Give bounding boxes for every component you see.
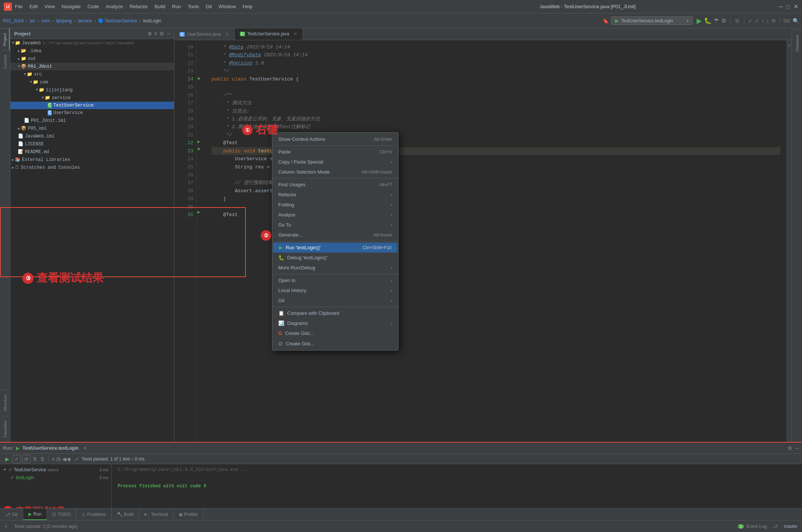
tree-item-service[interactable]: ▼ 📁 service <box>10 94 174 102</box>
ctx-item-find-usages[interactable]: Find Usages Alt+F7 <box>272 180 398 190</box>
tree-item-license[interactable]: 📄 LICENSE <box>10 140 174 148</box>
tree-item-external-libs[interactable]: ▶ 📚 External Libraries <box>10 156 174 164</box>
event-log-label[interactable]: 1 Event Log <box>738 524 767 529</box>
ctx-item-column-selection[interactable]: Column Selection Mode Alt+Shift+Insert <box>272 167 398 177</box>
tree-item-iml[interactable]: 📄 P01_JUnit.iml <box>10 117 174 124</box>
navigate-left-icon[interactable]: ◀◀ <box>62 456 70 462</box>
ctx-item-git[interactable]: Git › <box>272 295 398 305</box>
ctx-item-open-in[interactable]: Open In › <box>272 275 398 285</box>
tab-favorites[interactable]: Favorites <box>1 416 9 442</box>
minimize-button[interactable]: ─ <box>779 3 783 10</box>
ctx-item-compare-clipboard[interactable]: 📋 Compare with Clipboard <box>272 308 398 318</box>
tab-userservice[interactable]: C UserService.java ✕ <box>174 28 235 40</box>
ctx-item-create-gist-2[interactable]: ⊙ Create Gist... <box>272 338 398 349</box>
tree-item-javaweb[interactable]: ▼ 📁 JavaWeb C:\Programming\Workspace\IDE… <box>10 39 174 47</box>
breadcrumb-class[interactable]: 🔵 TestUserService <box>98 18 137 23</box>
breadcrumb-p01junit[interactable]: P01_JUnit <box>3 18 23 23</box>
menu-help[interactable]: Help <box>242 4 253 9</box>
tree-item-com[interactable]: ▼ 📁 com <box>10 78 174 86</box>
menu-analyze[interactable]: Analyze <box>106 4 123 9</box>
btab-problems[interactable]: ⚠ Problems <box>76 509 112 520</box>
project-icon-settings[interactable]: ⚙ <box>159 31 164 37</box>
tree-item-testuserservice[interactable]: C TestUserService <box>10 102 174 109</box>
project-icon-add[interactable]: ⊕ <box>148 31 152 37</box>
test-method-row[interactable]: ✓ testLogin 0 ms <box>0 474 111 481</box>
tree-item-p05xml[interactable]: ▶ 📦 P05_xml <box>10 124 174 132</box>
run-check-icon[interactable]: ✓ <box>13 455 21 463</box>
ctx-item-refactor[interactable]: Refactor › <box>272 190 398 200</box>
btab-git[interactable]: ⎇ Git <box>0 509 23 520</box>
ctx-item-paste[interactable]: Paste Ctrl+V <box>272 147 398 157</box>
tab-testuserservice[interactable]: C TestUserService.java ✕ <box>235 28 303 40</box>
menu-navigate[interactable]: Navigate <box>61 4 80 9</box>
menu-code[interactable]: Code <box>88 4 99 9</box>
menu-refactor[interactable]: Refactor <box>130 4 148 9</box>
ctx-item-debug-testlogin[interactable]: 🐛 Debug 'testLogin()' <box>272 253 398 263</box>
menu-file[interactable]: File <box>15 4 23 9</box>
ctx-item-show-context-actions[interactable]: Show Context Actions Alt+Enter <box>272 134 398 144</box>
maximize-button[interactable]: □ <box>787 4 790 10</box>
search-everywhere-icon[interactable]: 🔍 <box>793 18 799 24</box>
menu-run[interactable]: Run <box>172 4 181 9</box>
git-history-icon[interactable]: ⟲ <box>771 18 776 24</box>
tree-item-scratches[interactable]: ▶ 🗒 Scratches and Consoles <box>10 164 174 171</box>
collapse-tree-icon[interactable]: ⊟ <box>56 456 61 462</box>
ctx-item-goto[interactable]: Go To › <box>272 220 398 230</box>
tree-item-p01junit[interactable]: ▼ 📦 P01_JUnit <box>10 63 174 70</box>
code-editor[interactable]: 10 11 12 13 14 15 16 17 18 19 20 21 22 2… <box>174 40 792 442</box>
btab-profiler[interactable]: ◉ Profiler <box>174 509 204 520</box>
nav-bookmark-icon[interactable]: 🔖 <box>602 18 609 24</box>
tree-item-javaweb-iml[interactable]: 📄 JavaWeb.iml <box>10 132 174 140</box>
ctx-item-create-gist-1[interactable]: G Create Gist... <box>272 328 398 338</box>
ctx-item-copy-paste-special[interactable]: Copy / Paste Special › <box>272 157 398 167</box>
breadcrumb-service[interactable]: service <box>78 18 92 23</box>
run-panel-minimize-icon[interactable]: ─ <box>795 445 799 451</box>
breadcrumb-com[interactable]: com <box>41 18 50 23</box>
git-update-icon[interactable]: ↓ <box>766 18 769 24</box>
stop-button[interactable]: ⏹ <box>734 18 740 24</box>
run-config-dropdown[interactable]: ▶ TestUserService.testLogin ▾ <box>611 16 693 25</box>
ctx-item-analyze[interactable]: Analyze › <box>272 210 398 220</box>
tab-close-icon[interactable]: ✕ <box>225 32 229 37</box>
project-icon-collapse[interactable]: ≡ <box>154 31 157 37</box>
stop-run-icon[interactable]: ⊘ <box>22 455 31 463</box>
sort1-icon[interactable]: ⇅ <box>32 456 38 462</box>
rerun-button[interactable]: ▶ <box>3 455 11 463</box>
tree-item-readme[interactable]: 📝 README.md <box>10 148 174 156</box>
git-branch-label[interactable]: master <box>784 524 798 529</box>
btab-run[interactable]: ▶ Run <box>23 509 47 520</box>
git-checkmark-icon[interactable]: ✓ <box>748 18 752 24</box>
coverage-button[interactable]: ☂ <box>714 17 719 24</box>
run-config-tab-close[interactable]: ✕ <box>83 446 87 451</box>
menu-view[interactable]: View <box>44 4 55 9</box>
ctx-item-folding[interactable]: Folding › <box>272 200 398 210</box>
tree-item-idea[interactable]: ▶ 📂 .idea <box>10 47 174 55</box>
run-button[interactable]: ▶ <box>697 17 702 25</box>
menu-git[interactable]: Git <box>206 4 212 9</box>
tree-item-lijinjiang[interactable]: ▼ 📁 lijinjiang <box>10 86 174 94</box>
debug-button[interactable]: 🐛 <box>704 17 711 24</box>
sort2-icon[interactable]: ⇅ <box>39 456 45 462</box>
ctx-item-local-history[interactable]: Local History › <box>272 285 398 295</box>
run-panel-settings-icon[interactable]: ⚙ <box>787 445 792 451</box>
breadcrumb-src[interactable]: src <box>29 18 35 23</box>
tree-item-userservice[interactable]: C UserService <box>10 109 174 117</box>
ctx-item-run-testlogin[interactable]: ▶ Run 'testLogin()' Ctrl+Shift+F10 <box>273 243 397 253</box>
ctx-item-diagrams[interactable]: 📊 Diagrams › <box>272 318 398 328</box>
tab-structure[interactable]: Structure <box>1 390 9 416</box>
menu-edit[interactable]: Edit <box>29 4 38 9</box>
project-icon-minimize[interactable]: ─ <box>167 31 170 37</box>
tree-item-src[interactable]: ▼ 📁 src <box>10 70 174 78</box>
ctx-item-generate[interactable]: Generate... Alt+Insert <box>272 230 398 240</box>
right-tab-database[interactable]: Database <box>793 30 801 57</box>
tree-item-out[interactable]: ▶ 📁 out <box>10 55 174 63</box>
btab-todo[interactable]: ☑ TODO <box>47 509 76 520</box>
breadcrumb-lijinjiang[interactable]: lijinjiang <box>56 18 72 23</box>
expand-tree-icon[interactable]: ≡ <box>52 456 55 462</box>
more-run-icon[interactable]: ⚙ <box>721 17 726 24</box>
menu-build[interactable]: Build <box>155 4 165 9</box>
editor-scrollbar[interactable]: ✓ <box>786 40 792 442</box>
git-check2-icon[interactable]: ✓ <box>755 18 759 24</box>
tab-close-icon[interactable]: ✕ <box>294 31 297 37</box>
test-class-row[interactable]: ▼ ✓ TestUserService com.li 0 ms <box>0 466 111 474</box>
